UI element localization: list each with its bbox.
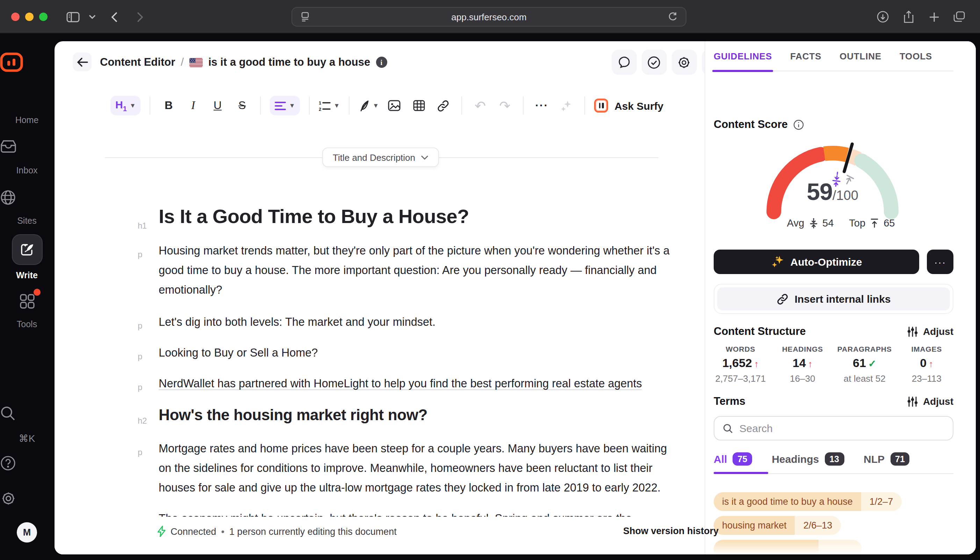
version-history-link[interactable]: Show version history	[623, 526, 719, 536]
sidebar-item-write[interactable]: Write	[0, 270, 54, 280]
tab-facts[interactable]: FACTS	[790, 41, 821, 71]
title-description-toggle[interactable]: Title and Description	[322, 148, 439, 167]
block-type-label: p	[138, 443, 153, 462]
downloads-icon[interactable]	[874, 8, 891, 25]
doc-heading-1[interactable]: h1 Is It a Good Time to Buy a House?	[159, 203, 718, 231]
document-title[interactable]: is it a good time to buy a house	[208, 56, 370, 68]
ai-sparkles-icon[interactable]	[557, 96, 575, 115]
strikethrough-button[interactable]: S	[233, 96, 251, 115]
term-chip[interactable]: is it a good time to buy a house 1/2–7	[714, 492, 901, 511]
toolbar-more-button[interactable]: ···	[532, 96, 551, 115]
reload-icon[interactable]	[668, 12, 677, 22]
new-tab-icon[interactable]	[925, 8, 942, 25]
top-value: 65	[883, 217, 895, 228]
auto-optimize-button[interactable]: Auto-Optimize	[714, 250, 919, 274]
breadcrumb: Content Editor / is it a good time to bu…	[100, 56, 387, 68]
settings-gear-icon[interactable]	[0, 490, 54, 507]
ask-surfy-label: Ask Surfy	[614, 100, 663, 112]
settings-icon[interactable]	[672, 50, 697, 75]
surfy-icon	[594, 98, 608, 113]
doc-paragraph[interactable]: p Mortgage rates and home prices have be…	[159, 438, 718, 497]
breadcrumb-app[interactable]: Content Editor	[100, 56, 175, 68]
italic-button[interactable]: I	[184, 96, 202, 115]
panel-bottom-fade	[706, 542, 976, 554]
check-circle-icon[interactable]	[642, 50, 667, 75]
tools-grid-icon[interactable]	[0, 293, 54, 312]
sidebar-toggle-icon[interactable]	[64, 8, 81, 25]
minimize-window-button[interactable]	[25, 13, 33, 21]
sidebar-item-home[interactable]: Home	[0, 115, 54, 125]
reader-view-icon[interactable]	[301, 12, 309, 22]
count-badge: 71	[890, 452, 910, 466]
structure-adjust-button[interactable]: Adjust	[908, 326, 953, 337]
zoom-window-button[interactable]	[39, 13, 48, 21]
command-k-shortcut: ⌘K	[0, 433, 54, 444]
search-icon[interactable]	[0, 405, 54, 422]
terms-search[interactable]	[714, 416, 953, 440]
bold-button[interactable]: B	[160, 96, 178, 115]
doc-paragraph[interactable]: p Let's dig into both levels: The market…	[159, 312, 718, 332]
sidebar-item-sites[interactable]: Sites	[0, 216, 54, 226]
undo-button[interactable]: ↶	[471, 96, 489, 115]
filter-all[interactable]: All75	[714, 452, 752, 474]
doc-paragraph[interactable]: p NerdWallet has partnered with HomeLigh…	[159, 373, 718, 393]
share-page-icon[interactable]	[900, 8, 917, 25]
underline-button[interactable]: U	[209, 96, 227, 115]
redo-button[interactable]: ↷	[496, 96, 514, 115]
term-chip[interactable]: housing market 2/6–13	[714, 516, 840, 535]
filter-nlp[interactable]: NLP71	[864, 452, 910, 474]
forward-icon[interactable]	[131, 8, 148, 25]
top-label: Top	[849, 217, 865, 228]
document-editor[interactable]: h1 Is It a Good Time to Buy a House? p H…	[159, 203, 718, 528]
surfer-logo-icon[interactable]	[0, 52, 54, 73]
chevron-down-icon: ▼	[130, 102, 136, 109]
terms-search-input[interactable]	[740, 422, 944, 434]
sidebar-item-inbox[interactable]: Inbox	[0, 166, 54, 175]
block-type-label: h1	[138, 212, 153, 240]
sidebar-item-tools[interactable]: Tools	[0, 320, 54, 329]
notification-dot	[33, 289, 40, 296]
heading-style-button[interactable]: H1 ▼	[110, 96, 141, 115]
doc-paragraph[interactable]: p Looking to Buy or Sell a Home?	[159, 343, 718, 362]
insert-table-button[interactable]	[409, 96, 428, 115]
ask-surfy-button[interactable]: Ask Surfy	[594, 98, 663, 113]
tab-overview-icon[interactable]	[951, 8, 967, 25]
stat-words: WORDS 1,652↑ 2,757–3,171	[709, 345, 772, 384]
pen-style-button[interactable]: ▼	[359, 96, 379, 115]
sites-globe-icon[interactable]	[0, 190, 54, 205]
tab-tools[interactable]: TOOLS	[900, 41, 932, 71]
help-icon[interactable]	[0, 455, 54, 471]
content-structure-stats: WORDS 1,652↑ 2,757–3,171 HEADINGS 14↑ 16…	[709, 345, 958, 384]
chevron-down-icon[interactable]	[84, 8, 101, 25]
link-icon	[776, 293, 788, 305]
info-icon[interactable]: i	[376, 57, 387, 68]
terms-adjust-button[interactable]: Adjust	[908, 396, 953, 407]
section-pill-label: Title and Description	[333, 152, 415, 163]
auto-optimize-more-button[interactable]: ···	[927, 250, 953, 274]
list-button[interactable]: 1 2 ▼	[319, 96, 340, 115]
check-icon: ✓	[868, 358, 876, 369]
sliders-icon	[908, 396, 918, 407]
up-arrow-icon: ↑	[754, 358, 759, 369]
user-avatar[interactable]: M	[17, 522, 37, 543]
comments-icon[interactable]	[612, 50, 637, 75]
close-window-button[interactable]	[11, 13, 20, 21]
doc-heading-2[interactable]: h2 How's the housing market right now?	[159, 405, 718, 426]
count-badge: 13	[824, 452, 844, 466]
back-button[interactable]	[73, 52, 92, 71]
insert-internal-links-button[interactable]: Insert internal links	[717, 287, 950, 310]
panel-tabs: GUIDELINES FACTS OUTLINE TOOLS	[714, 41, 953, 71]
align-button[interactable]: ▼	[270, 96, 300, 115]
tab-outline[interactable]: OUTLINE	[840, 41, 882, 71]
sidebar-item-write-tile[interactable]	[12, 234, 43, 265]
doc-paragraph[interactable]: p Housing market trends matter, but they…	[159, 240, 718, 299]
filter-headings[interactable]: Headings13	[772, 452, 844, 474]
inbox-icon[interactable]	[0, 139, 54, 154]
insert-image-button[interactable]	[385, 96, 403, 115]
insert-link-button[interactable]	[434, 96, 452, 115]
info-icon[interactable]	[794, 119, 804, 130]
address-bar[interactable]: app.surferseo.com	[291, 7, 686, 27]
back-icon[interactable]	[106, 8, 122, 25]
content-score-gauge: 59/100	[749, 138, 917, 228]
tab-guidelines[interactable]: GUIDELINES	[714, 41, 772, 71]
